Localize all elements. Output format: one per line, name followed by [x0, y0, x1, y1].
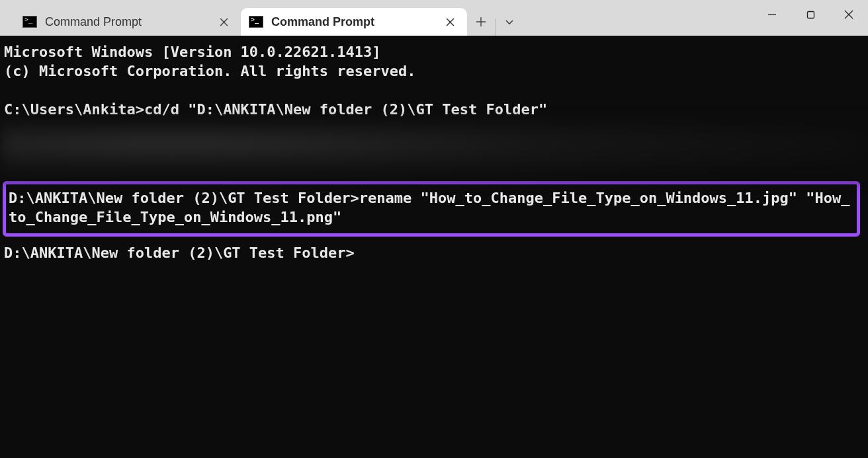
redacted-region [0, 122, 868, 178]
title-bar: Command Prompt Command Prompt [0, 0, 868, 36]
prompt-line-1: C:\Users\Ankita>cd/d "D:\ANKITA\New fold… [4, 101, 547, 118]
maximize-button[interactable] [791, 0, 830, 29]
close-icon [844, 10, 853, 19]
close-icon [446, 18, 455, 26]
minimize-icon [767, 10, 777, 19]
highlighted-command-box: D:\ANKITA\New folder (2)\GT Test Folder>… [3, 181, 860, 237]
tab-strip: Command Prompt Command Prompt [0, 0, 523, 36]
tab-command-prompt-1[interactable]: Command Prompt [15, 8, 241, 36]
window-controls [753, 0, 868, 36]
terminal-icon [22, 16, 37, 28]
version-line: Microsoft Windows [Version 10.0.22621.14… [4, 44, 381, 60]
rename-command: D:\ANKITA\New folder (2)\GT Test Folder>… [9, 190, 850, 225]
close-icon [220, 18, 228, 26]
window-close-button[interactable] [830, 0, 868, 29]
command-cd: cd/d "D:\ANKITA\New folder (2)\GT Test F… [144, 101, 547, 118]
close-tab-button[interactable] [214, 13, 233, 31]
tab-command-prompt-2[interactable]: Command Prompt [241, 8, 467, 36]
copyright-line: (c) Microsoft Corporation. All rights re… [4, 63, 416, 79]
close-tab-button[interactable] [441, 13, 459, 31]
svg-rect-0 [807, 11, 814, 18]
tab-dropdown-button[interactable] [496, 8, 523, 36]
new-tab-button[interactable] [467, 8, 495, 36]
tab-label: Command Prompt [45, 15, 214, 29]
terminal-output[interactable]: Microsoft Windows [Version 10.0.22621.14… [0, 36, 868, 458]
maximize-icon [806, 11, 815, 19]
terminal-icon [249, 16, 263, 28]
plus-icon [476, 17, 486, 27]
chevron-down-icon [505, 17, 514, 26]
tab-label: Command Prompt [271, 15, 441, 29]
minimize-button[interactable] [753, 0, 791, 29]
prompt-path: C:\Users\Ankita> [4, 101, 144, 118]
prompt-line-2: D:\ANKITA\New folder (2)\GT Test Folder> [4, 245, 355, 261]
